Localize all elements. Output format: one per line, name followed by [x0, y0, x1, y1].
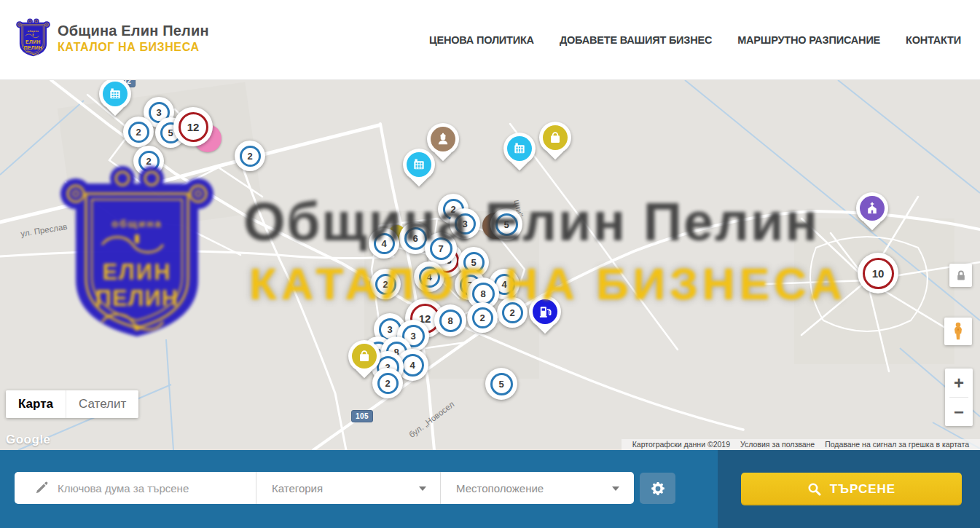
- page: Община Елин Пелин КАТАЛОГ НА БИЗНЕСА ЦЕН…: [0, 0, 980, 528]
- fuel-icon: [533, 299, 557, 324]
- report-error-link[interactable]: Подаване на сигнал за грешка в картата: [820, 440, 974, 449]
- lock-control-button[interactable]: [949, 264, 972, 287]
- header: Община Елин Пелин КАТАЛОГ НА БИЗНЕСА ЦЕН…: [0, 0, 980, 80]
- advanced-settings-button[interactable]: [640, 473, 675, 504]
- map-type-control: Карта Сателит: [6, 390, 138, 418]
- keyword-search-input[interactable]: [58, 482, 248, 494]
- municipality-crest-icon: [16, 17, 50, 58]
- search-button-label: ТЪРСЕНЕ: [830, 482, 895, 497]
- church-icon: [860, 196, 885, 221]
- building-icon: [103, 82, 128, 106]
- bag-icon: [543, 125, 568, 150]
- nav-item-add-business[interactable]: ДОБАВЕТЕ ВАШИЯТ БИЗНЕС: [560, 34, 712, 46]
- pin-layer: [0, 80, 980, 450]
- bag-icon: [352, 344, 377, 369]
- category-pin-marker[interactable]: [99, 80, 131, 119]
- chevron-down-icon: [612, 486, 619, 491]
- pegman-icon: [950, 322, 966, 341]
- zoom-out-button[interactable]: −: [945, 398, 973, 426]
- search-fields-group: Категория Местоположение: [15, 472, 634, 504]
- category-pin-marker[interactable]: [427, 123, 459, 164]
- chevron-down-icon: [419, 486, 426, 491]
- category-pin-marker[interactable]: [348, 340, 380, 381]
- site-title: Община Елин Пелин: [58, 23, 209, 39]
- terms-link[interactable]: Условия за ползване: [735, 440, 820, 449]
- category-pin-marker[interactable]: [856, 192, 888, 233]
- pegman-street-view-button[interactable]: [944, 318, 972, 345]
- category-pin-marker[interactable]: [529, 296, 561, 336]
- google-map[interactable]: 6002 105 ул. Преслав ции" бул. „Новосел …: [0, 80, 980, 450]
- location-dropdown[interactable]: Местоположение: [441, 472, 633, 504]
- search-submit-button[interactable]: ТЪРСЕНЕ: [741, 473, 962, 505]
- category-pin-marker[interactable]: [539, 122, 571, 162]
- nav-item-contacts[interactable]: КОНТАКТИ: [906, 34, 961, 46]
- site-subtitle: КАТАЛОГ НА БИЗНЕСА: [58, 41, 209, 54]
- pencil-icon: [34, 481, 49, 495]
- map-copyright: Картографски данни ©2019: [627, 440, 735, 449]
- search-bar: Категория Местоположение ТЪРСЕНЕ: [0, 450, 980, 528]
- category-pin-marker[interactable]: [503, 133, 536, 173]
- nav-item-schedule[interactable]: МАРШРУТНО РАЗПИСАНИЕ: [737, 34, 880, 46]
- map-attribution: Картографски данни ©2019 Условия за полз…: [622, 439, 980, 450]
- worker-icon: [431, 127, 455, 151]
- category-dropdown[interactable]: Категория: [256, 472, 441, 504]
- nav-item-pricing[interactable]: ЦЕНОВА ПОЛИТИКА: [429, 34, 534, 46]
- lock-icon: [954, 269, 968, 282]
- category-dropdown-label: Категория: [272, 482, 323, 494]
- location-dropdown-label: Местоположение: [456, 482, 544, 494]
- google-logo[interactable]: Google: [6, 433, 51, 447]
- map-type-satellite-button[interactable]: Сателит: [66, 390, 138, 418]
- map-type-map-button[interactable]: Карта: [6, 390, 66, 418]
- main-nav: ЦЕНОВА ПОЛИТИКА ДОБАВЕТЕ ВАШИЯТ БИЗНЕС М…: [429, 0, 961, 80]
- gear-icon: [650, 481, 666, 497]
- brand-text: Община Елин Пелин КАТАЛОГ НА БИЗНЕСА: [58, 23, 209, 54]
- zoom-control: + −: [945, 369, 973, 426]
- zoom-in-button[interactable]: +: [945, 369, 973, 397]
- brand-logo-link[interactable]: Община Елин Пелин КАТАЛОГ НА БИЗНЕСА: [16, 17, 209, 58]
- building-icon: [507, 136, 532, 161]
- search-icon: [807, 482, 821, 496]
- keyword-section: [15, 472, 256, 504]
